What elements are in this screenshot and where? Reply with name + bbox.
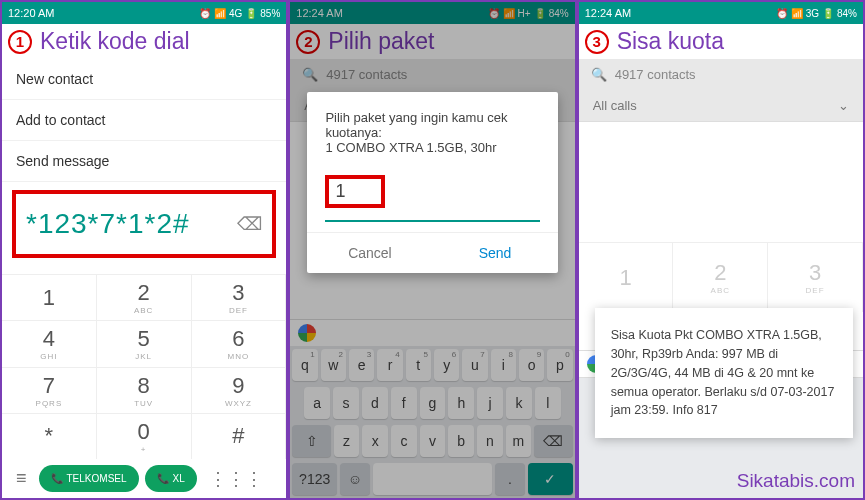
watermark: Sikatabis.com (737, 470, 855, 492)
search-text: 4917 contacts (615, 67, 696, 82)
search-icon: 🔍 (591, 67, 607, 82)
key-2[interactable]: 2ABC (97, 274, 192, 320)
search-row[interactable]: 🔍 4917 contacts (579, 59, 863, 90)
key-8[interactable]: 8TUV (97, 367, 192, 413)
ussd-response-toast: Sisa Kuota Pkt COMBO XTRA 1.5GB, 30hr, R… (595, 308, 853, 438)
filter-label: All calls (593, 98, 637, 113)
ussd-dialog: Pilih paket yang ingin kamu cek kuotanya… (307, 92, 557, 273)
step-badge: 1 (8, 30, 32, 54)
key-4[interactable]: 4GHI (2, 320, 97, 366)
menu-send-message[interactable]: Send message (2, 141, 286, 182)
dialog-input-value[interactable]: 1 (335, 181, 345, 202)
panel-title: Sisa kuota (617, 28, 724, 55)
status-time: 12:20 AM (8, 7, 54, 19)
key-2[interactable]: 2ABC (673, 242, 768, 312)
panel-1: 12:20 AM ⏰ 📶 4G 🔋 85% 1 Ketik kode dial … (0, 0, 288, 500)
status-time: 12:24 AM (585, 7, 631, 19)
menu-icon[interactable]: ≡ (10, 468, 33, 489)
signal-icon: 📶 (214, 8, 226, 19)
call-row: ≡ 📞 TELKOMSEL 📞 XL ⋮⋮⋮ (2, 459, 286, 498)
dialog-line2: 1 COMBO XTRA 1.5GB, 30hr (325, 140, 539, 155)
dialog-message: Pilih paket yang ingin kamu cek kuotanya… (307, 92, 557, 163)
panel-2: 12:24 AM ⏰ 📶 H+ 🔋 84% 2 Pilih paket 🔍 49… (288, 0, 576, 500)
menu-new-contact[interactable]: New contact (2, 59, 286, 100)
key-5[interactable]: 5JKL (97, 320, 192, 366)
dialog-input-highlight: 1 (325, 175, 385, 208)
title-row: 1 Ketik kode dial (2, 24, 286, 59)
call-xl-button[interactable]: 📞 XL (145, 465, 197, 492)
menu-add-to-contact[interactable]: Add to contact (2, 100, 286, 141)
key-7[interactable]: 7PQRS (2, 367, 97, 413)
key-3[interactable]: 3DEF (192, 274, 287, 320)
filter-row[interactable]: All calls ⌄ (579, 90, 863, 122)
key-1[interactable]: 1 (2, 274, 97, 320)
step-badge: 3 (585, 30, 609, 54)
dialog-actions: Cancel Send (307, 232, 557, 273)
network-label: 3G (806, 8, 819, 19)
key-6[interactable]: 6MNO (192, 320, 287, 366)
dialog-overlay: Pilih paket yang ingin kamu cek kuotanya… (290, 2, 574, 498)
key-*[interactable]: * (2, 413, 97, 459)
cancel-button[interactable]: Cancel (307, 233, 432, 273)
alarm-icon: ⏰ (199, 8, 211, 19)
chevron-down-icon: ⌄ (838, 98, 849, 113)
status-bar: 12:20 AM ⏰ 📶 4G 🔋 85% (2, 2, 286, 24)
send-button[interactable]: Send (433, 233, 558, 273)
call-telkomsel-button[interactable]: 📞 TELKOMSEL (39, 465, 139, 492)
status-bar: 12:24 AM ⏰ 📶 3G 🔋 84% (579, 2, 863, 24)
battery-label: 84% (837, 8, 857, 19)
backspace-icon[interactable]: ⌫ (237, 213, 262, 235)
keypad: 12ABC3DEF4GHI5JKL6MNO7PQRS8TUV9WXYZ*0+# (2, 274, 286, 459)
battery-label: 85% (260, 8, 280, 19)
key-3[interactable]: 3DEF (768, 242, 863, 312)
dial-display: *123*7*1*2# ⌫ (12, 190, 276, 258)
status-right: ⏰ 📶 4G 🔋 85% (199, 8, 280, 19)
dial-code: *123*7*1*2# (26, 208, 190, 240)
dialog-input-line[interactable] (325, 216, 539, 222)
dialpad-icon[interactable]: ⋮⋮⋮ (203, 468, 269, 490)
call-label: TELKOMSEL (67, 473, 127, 484)
key-1[interactable]: 1 (579, 242, 674, 312)
battery-icon: 🔋 (822, 8, 834, 19)
panel-title: Ketik kode dial (40, 28, 190, 55)
battery-icon: 🔋 (245, 8, 257, 19)
phone-icon: 📞 (157, 473, 169, 484)
alarm-icon: ⏰ (776, 8, 788, 19)
key-#[interactable]: # (192, 413, 287, 459)
signal-icon: 📶 (791, 8, 803, 19)
network-label: 4G (229, 8, 242, 19)
key-9[interactable]: 9WXYZ (192, 367, 287, 413)
phone-icon: 📞 (51, 473, 63, 484)
dialog-line1: Pilih paket yang ingin kamu cek kuotanya… (325, 110, 539, 140)
status-right: ⏰ 📶 3G 🔋 84% (776, 8, 857, 19)
title-row: 3 Sisa kuota (579, 24, 863, 59)
call-label: XL (173, 473, 185, 484)
panel-3: 12:24 AM ⏰ 📶 3G 🔋 84% 3 Sisa kuota 🔍 491… (577, 0, 865, 500)
keypad-bg: 12ABC3DEF (579, 242, 863, 312)
key-0[interactable]: 0+ (97, 413, 192, 459)
